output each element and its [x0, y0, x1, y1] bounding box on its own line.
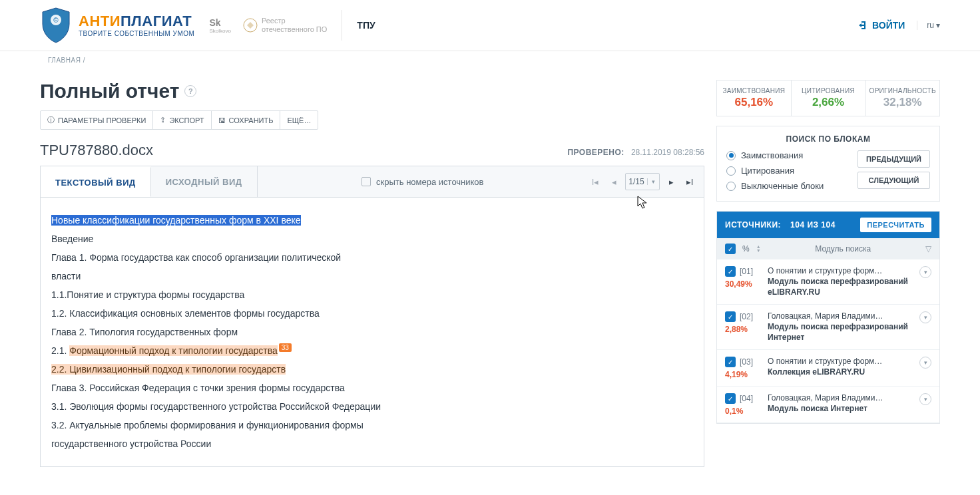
breadcrumb-home[interactable]: ГЛАВНАЯ [48, 57, 81, 64]
svg-text:©: © [53, 17, 59, 24]
sources-list: ✓[01] 30,49% О понятии и структуре форм…… [717, 259, 939, 423]
org-name: ТПУ [357, 20, 375, 31]
stats-panel: ЗАИМСТВОВАНИЯ 65,16% ЦИТИРОВАНИЯ 2,66% О… [716, 80, 940, 116]
login-icon [858, 20, 868, 31]
save-icon: 🖫 [218, 116, 226, 124]
partner-logos: Sk Skolkovo Реестротечественного ПО [209, 17, 327, 34]
source-item[interactable]: ✓[01] 30,49% О понятии и структуре форм…… [717, 259, 939, 305]
sort-icon[interactable]: ▲▼ [756, 245, 761, 253]
source-item[interactable]: ✓[04] 0,1% Головацкая, Мария Владими… Мо… [717, 387, 939, 423]
source-checkbox[interactable]: ✓ [725, 393, 736, 404]
radio-citations[interactable]: Цитирования [726, 166, 824, 176]
tab-text-view[interactable]: ТЕКСТОВЫЙ ВИД [41, 166, 151, 197]
brand-tagline: ТВОРИТЕ СОБСТВЕННЫМ УМОМ [79, 30, 194, 37]
source-item[interactable]: ✓[03] 4,19% О понятии и структуре форм… … [717, 350, 939, 387]
login-button[interactable]: ВОЙТИ [858, 20, 905, 31]
document-text: Новые классификации государственных форм… [40, 198, 704, 467]
expand-source-button[interactable]: ▾ [919, 357, 931, 369]
more-button[interactable]: ЕЩЁ… [280, 111, 318, 129]
checked-timestamp: ПРОВЕРЕНО: 28.11.2019 08:28:56 [567, 148, 704, 157]
page-input[interactable]: 1/15 ▾ [625, 173, 660, 190]
highlight-borrow[interactable]: Формационный подход к типологии государс… [69, 345, 278, 356]
next-page-button[interactable]: ▸ [664, 174, 678, 189]
brand-prefix: АНТИ [79, 13, 121, 29]
tab-source-view[interactable]: ИСХОДНЫЙ ВИД [151, 166, 258, 197]
action-toolbar: ⓘПАРАМЕТРЫ ПРОВЕРКИ ⇪ЭКСПОРТ 🖫СОХРАНИТЬ … [40, 110, 318, 130]
source-tag-33[interactable]: 33 [279, 343, 292, 352]
save-button[interactable]: 🖫СОХРАНИТЬ [212, 111, 281, 129]
sources-panel: ИСТОЧНИКИ: 104 ИЗ 104 ПЕРЕСЧИТАТЬ ✓ % ▲▼… [716, 211, 940, 424]
language-selector[interactable]: ru ▾ [917, 21, 940, 30]
stat-citations[interactable]: ЦИТИРОВАНИЯ 2,66% [792, 81, 866, 116]
highlight-borrow[interactable]: 2.2. Цивилизационный подход к типологии … [51, 364, 286, 375]
next-block-button[interactable]: СЛЕДУЮЩИЙ [858, 172, 930, 189]
shield-icon: © [40, 7, 72, 44]
stat-originality[interactable]: ОРИГИНАЛЬНОСТЬ 32,18% [865, 81, 939, 116]
app-header: © АНТИПЛАГИАТ ТВОРИТЕ СОБСТВЕННЫМ УМОМ S… [0, 0, 980, 51]
stat-borrowings[interactable]: ЗАИМСТВОВАНИЯ 65,16% [717, 81, 792, 116]
expand-source-button[interactable]: ▾ [919, 311, 931, 323]
page-title: Полный отчет ? [40, 80, 704, 102]
block-search-panel: ПОИСК ПО БЛОКАМ Заимствования Цитировани… [716, 126, 940, 202]
reestr-logo: Реестротечественного ПО [243, 17, 327, 34]
radio-disabled-blocks[interactable]: Выключенные блоки [726, 181, 824, 191]
checkbox-icon [362, 177, 371, 186]
first-page-button[interactable]: I◂ [588, 174, 603, 189]
breadcrumb: ГЛАВНАЯ / [0, 51, 980, 68]
chevron-down-icon: ▾ [936, 21, 940, 30]
source-item[interactable]: ✓[02] 2,88% Головацкая, Мария Владими… М… [717, 305, 939, 350]
source-checkbox[interactable]: ✓ [725, 311, 736, 322]
recalculate-button[interactable]: ПЕРЕСЧИТАТЬ [860, 218, 931, 232]
prev-block-button[interactable]: ПРЕДЫДУЩИЙ [858, 150, 930, 168]
radio-borrowings[interactable]: Заимствования [726, 150, 824, 160]
document-filename: TPU787880.docx [40, 142, 153, 159]
info-icon: ⓘ [47, 115, 55, 125]
prev-page-button[interactable]: ◂ [607, 174, 621, 189]
view-tabs: ТЕКСТОВЫЙ ВИД ИСХОДНЫЙ ВИД скрыть номера… [40, 166, 704, 198]
expand-source-button[interactable]: ▾ [919, 266, 931, 278]
export-icon: ⇪ [160, 116, 166, 124]
hide-source-numbers-checkbox[interactable]: скрыть номера источников [362, 177, 483, 187]
skolkovo-logo: Sk [209, 17, 230, 28]
source-checkbox[interactable]: ✓ [725, 357, 736, 367]
chevron-down-icon: ▾ [647, 178, 659, 185]
last-page-button[interactable]: ▸I [682, 174, 697, 189]
logo[interactable]: © АНТИПЛАГИАТ ТВОРИТЕ СОБСТВЕННЫМ УМОМ [40, 7, 194, 44]
sources-header: ИСТОЧНИКИ: 104 ИЗ 104 ПЕРЕСЧИТАТЬ [717, 212, 939, 238]
highlight-citation[interactable]: Новые классификации государственных форм… [51, 215, 301, 226]
pager: I◂ ◂ 1/15 ▾ ▸ ▸I [588, 173, 704, 190]
export-button[interactable]: ⇪ЭКСПОРТ [153, 111, 211, 129]
select-all-checkbox[interactable]: ✓ [725, 244, 736, 254]
sources-filter-row: ✓ % ▲▼ Модуль поиска ▽ [717, 238, 939, 259]
brand-suffix: ПЛАГИАТ [121, 13, 192, 29]
expand-source-button[interactable]: ▾ [919, 393, 931, 405]
help-icon[interactable]: ? [184, 85, 196, 97]
source-checkbox[interactable]: ✓ [725, 266, 736, 277]
filter-icon[interactable]: ▽ [925, 244, 931, 253]
check-params-button[interactable]: ⓘПАРАМЕТРЫ ПРОВЕРКИ [41, 111, 153, 129]
